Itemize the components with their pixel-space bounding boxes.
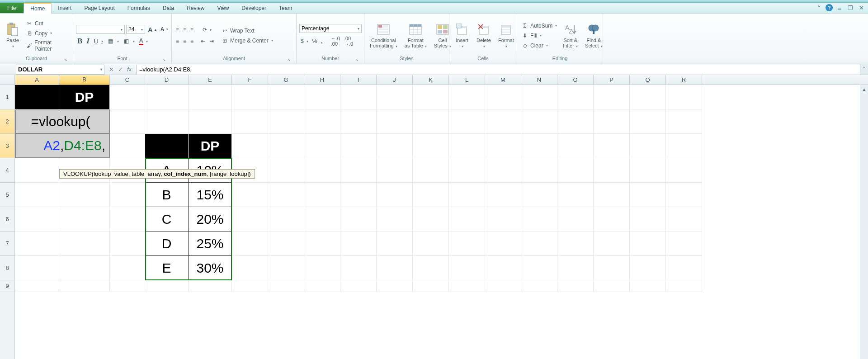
cell-G3[interactable] [268,134,304,158]
orientation-button[interactable]: ⟳▾ [201,25,213,34]
cell-C2[interactable] [110,109,145,134]
cell-Q3[interactable] [630,134,666,158]
cell-O7[interactable] [557,231,594,256]
cell-L1[interactable] [449,85,485,109]
cell-E5[interactable]: 15% [189,183,232,207]
cell-J2[interactable] [377,109,413,134]
cell-B2-editing-overflow[interactable]: A2,D4:E8, [15,134,110,158]
cell-I2[interactable] [340,109,377,134]
cell-O5[interactable] [557,183,594,207]
cell-M2[interactable] [485,109,521,134]
shrink-font-button[interactable]: A▾ [159,25,170,34]
cell-B1[interactable]: DP [59,85,110,109]
cell-E8[interactable]: 30% [189,256,232,280]
align-top-button[interactable]: ≡ [175,25,180,34]
cell-G1[interactable] [268,85,304,109]
cell-N2[interactable] [521,109,557,134]
tab-page-layout[interactable]: Page Layout [78,3,121,13]
col-header-R[interactable]: R [666,75,702,85]
copy-button[interactable]: ⎘Copy▾ [24,29,70,38]
cell-K2[interactable] [413,109,449,134]
cell-Q7[interactable] [630,231,666,256]
cell-A7[interactable] [15,231,59,256]
cell-N6[interactable] [521,207,557,231]
cell-C3[interactable] [110,134,145,158]
tab-review[interactable]: Review [180,3,211,13]
cell-F5[interactable] [232,183,268,207]
cell-P9[interactable] [594,280,630,292]
cell-D7[interactable]: D [145,231,189,256]
comma-format-button[interactable]: , [320,37,324,46]
cell-F1[interactable] [232,85,268,109]
cell-M1[interactable] [485,85,521,109]
ribbon-minimize-icon[interactable]: ˄ [815,4,823,12]
col-header-F[interactable]: F [232,75,268,85]
cell-B2-editing[interactable]: =vlookup( [15,109,110,134]
cell-N4[interactable] [521,158,557,183]
cell-F2[interactable] [232,109,268,134]
font-dialog-launcher[interactable]: ↘ [161,57,167,62]
col-header-B[interactable]: B [59,75,110,85]
tooltip-arg1[interactable]: lookup_value [94,170,128,177]
accounting-format-button[interactable]: $▾ [299,37,310,46]
cell-D2[interactable] [145,109,189,134]
cell-R5[interactable] [666,183,702,207]
cell-K9[interactable] [413,280,449,292]
number-format-combo[interactable]: Percentage▾ [299,24,362,33]
percent-format-button[interactable]: % [311,37,319,46]
cell-L2[interactable] [449,109,485,134]
cell-M5[interactable] [485,183,521,207]
col-header-Q[interactable]: Q [630,75,666,85]
decrease-decimal-button[interactable]: .00→.0 [343,35,354,47]
cell-I8[interactable] [340,256,377,280]
cell-N1[interactable] [521,85,557,109]
decrease-indent-button[interactable]: ⇤ [199,37,207,46]
tab-insert[interactable]: Insert [52,3,78,13]
align-right-button[interactable]: ≡ [189,37,195,46]
bold-button[interactable]: B [76,36,84,46]
cell-D9[interactable] [145,280,189,292]
tooltip-arg2[interactable]: table_array [132,170,160,177]
cell-I1[interactable] [340,85,377,109]
underline-button[interactable]: U▾ [92,37,104,46]
cell-G2[interactable] [268,109,304,134]
delete-cells-button[interactable]: Delete▾ [474,21,494,50]
cell-F9[interactable] [232,280,268,292]
function-tooltip[interactable]: VLOOKUP(lookup_value, table_array, col_i… [59,169,255,179]
cell-M9[interactable] [485,280,521,292]
cell-R8[interactable] [666,256,702,280]
col-header-G[interactable]: G [268,75,304,85]
cell-G7[interactable] [268,231,304,256]
cell-M4[interactable] [485,158,521,183]
cell-N8[interactable] [521,256,557,280]
tab-view[interactable]: View [211,3,236,13]
cell-F7[interactable] [232,231,268,256]
cell-L9[interactable] [449,280,485,292]
cell-O4[interactable] [557,158,594,183]
tab-file[interactable]: File [0,3,24,13]
col-header-L[interactable]: L [449,75,485,85]
insert-cells-button[interactable]: Insert▾ [452,21,472,50]
cell-A1[interactable] [15,85,59,109]
cell-D6[interactable]: C [145,207,189,231]
row-header-7[interactable]: 7 [0,231,14,256]
cell-F8[interactable] [232,256,268,280]
font-size-combo[interactable]: 24▾ [126,25,145,34]
row-header-8[interactable]: 8 [0,256,14,280]
cell-P4[interactable] [594,158,630,183]
formula-input[interactable]: =vlookup(A2,D4:E8, [136,65,860,75]
cell-I4[interactable] [340,158,377,183]
row-header-3[interactable]: 3 [0,134,14,158]
cell-E3[interactable]: DP [189,134,232,158]
cell-R2[interactable] [666,109,702,134]
cell-E2[interactable] [189,109,232,134]
cell-H3[interactable] [304,134,340,158]
grow-font-button[interactable]: A▴ [146,25,158,34]
window-minimize-icon[interactable] [835,4,844,12]
cell-C8[interactable] [110,256,145,280]
cell-Q8[interactable] [630,256,666,280]
cell-H9[interactable] [304,280,340,292]
cell-K4[interactable] [413,158,449,183]
cell-O3[interactable] [557,134,594,158]
cell-Q1[interactable] [630,85,666,109]
